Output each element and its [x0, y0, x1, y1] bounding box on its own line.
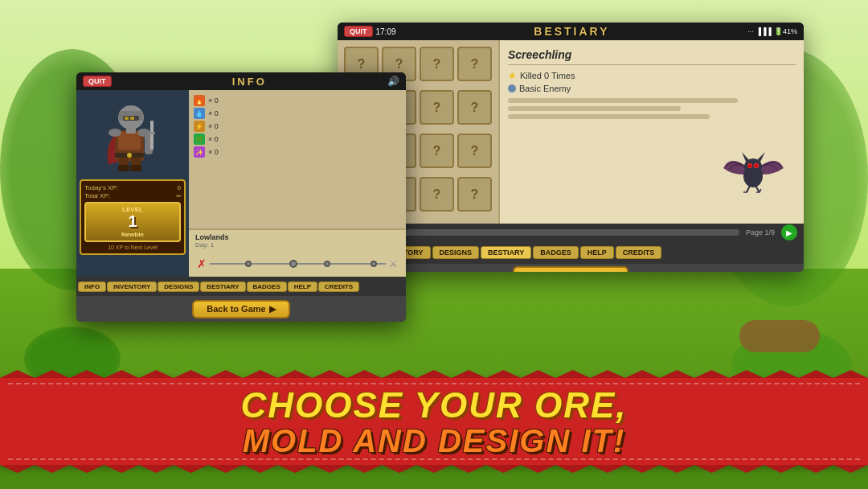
stats-panel: 🔥 × 0 💧 × 0 ⚡ × 0 🌿 × 0 ✨ × 0	[189, 90, 406, 228]
bestiary-screen: QUIT 17:09 BESTIARY ··· ▐▐▐ 🔋41% ? ? ? ?…	[338, 23, 804, 272]
stat-row-1: 🔥 × 0	[194, 95, 401, 106]
tab-designs-front[interactable]: DESIGNS	[158, 281, 199, 292]
banner: CHOOSE YOUR ORE, MOLD AND DESIGN IT!	[0, 378, 868, 465]
top-bar-front: QUIT INFO 🔊	[76, 72, 406, 90]
grid-cell-8[interactable]: ?	[457, 90, 492, 125]
stat-row-4: 🌿 × 0	[194, 134, 401, 145]
banner-line-2: MOLD AND DESIGN IT!	[0, 425, 868, 457]
svg-point-5	[755, 165, 758, 167]
path-line	[210, 263, 386, 265]
svg-rect-17	[130, 117, 134, 120]
svg-line-7	[755, 186, 760, 192]
wifi-icon: ···	[747, 27, 754, 35]
type-stat: Basic Enemy	[508, 84, 796, 93]
level-number: 1	[88, 213, 177, 229]
xp-panel: Today's XP: 0 Total XP: ∞ LEVEL 1 Newbie…	[80, 179, 186, 255]
back-bar-front: Back to Game ▶	[76, 296, 406, 322]
grid-cell-3[interactable]: ?	[420, 47, 454, 81]
stat-icon-2: 💧	[194, 108, 205, 119]
stat-icon-1: 🔥	[194, 95, 205, 106]
stat-val-1: × 0	[208, 97, 219, 105]
info-content: Today's XP: 0 Total XP: ∞ LEVEL 1 Newbie…	[76, 90, 406, 277]
grid-cell-16[interactable]: ?	[457, 177, 492, 212]
tab-designs-back[interactable]: DESIGNS	[432, 246, 480, 259]
page-text: Page 1/9	[746, 228, 775, 236]
tab-bestiary-back[interactable]: BESTIARY	[481, 246, 531, 259]
node-1	[245, 261, 252, 267]
tab-credits-front[interactable]: CREDITS	[318, 281, 359, 292]
tab-badges-front[interactable]: BADGES	[247, 281, 287, 292]
stat-val-4: × 0	[208, 135, 219, 143]
grid-cell-12[interactable]: ?	[457, 134, 492, 168]
xp-today-label: Today's XP:	[84, 184, 118, 191]
nav-tabs-back: INFO INVENTORY DESIGNS BESTIARY BADGES H…	[338, 241, 804, 264]
svg-rect-21	[130, 165, 141, 171]
info-screen: QUIT INFO 🔊	[76, 72, 406, 322]
grid-cell-7[interactable]: ?	[420, 90, 454, 125]
xp-total-label: Total XP:	[84, 192, 110, 199]
character-panel: Today's XP: 0 Total XP: ∞ LEVEL 1 Newbie…	[76, 90, 189, 277]
map-area: Lowlands Day: 1 ✗ ⚔	[189, 228, 406, 277]
back-to-game-button-front[interactable]: Back to Game ▶	[192, 300, 289, 318]
svg-rect-25	[150, 121, 154, 150]
tab-help-back[interactable]: HELP	[580, 246, 614, 259]
info-line-1	[508, 98, 738, 103]
xp-total-val: ∞	[176, 192, 181, 199]
svg-rect-16	[125, 117, 129, 120]
sound-button[interactable]: 🔊	[387, 76, 399, 87]
xp-today-val: 0	[178, 184, 181, 191]
svg-point-4	[749, 165, 751, 167]
level-badge: LEVEL 1 Newbie	[84, 202, 181, 242]
node-3	[324, 261, 330, 267]
time-display: 17:09	[376, 27, 396, 36]
creature-name: Screechling	[508, 48, 796, 65]
tab-bestiary-front[interactable]: BESTIARY	[200, 281, 245, 292]
stat-row-2: 💧 × 0	[194, 108, 401, 119]
tab-inventory-front[interactable]: INVENTORY	[107, 281, 157, 292]
stat-val-5: × 0	[208, 148, 219, 156]
creature-info-panel: Screechling ★ Killed 0 Times Basic Enemy	[498, 40, 804, 224]
bestiary-content: ? ? ? ? ? ? ? ? ? ? ? ? ? ? ? ? Screechl…	[338, 40, 804, 224]
stat-icon-5: ✨	[194, 146, 205, 158]
stat-icon-4: 🌿	[194, 134, 205, 145]
star-icon: ★	[508, 70, 517, 81]
tab-info-front[interactable]: INFO	[78, 281, 106, 292]
nav-tabs-front: INFO INVENTORY DESIGNS BESTIARY BADGES H…	[76, 277, 406, 296]
svg-rect-9	[118, 132, 141, 150]
grid-cell-4[interactable]: ?	[457, 47, 492, 81]
creature-illustration	[719, 144, 788, 199]
xp-next: 10 XP to Next Level	[84, 244, 181, 250]
signal-icon: ▐▐▐	[756, 27, 772, 35]
back-to-game-button[interactable]: Back to Game ▶	[513, 266, 628, 273]
tab-credits-back[interactable]: CREDITS	[616, 246, 662, 259]
stat-row-5: ✨ × 0	[194, 146, 401, 158]
stitching-bottom	[8, 458, 860, 460]
quit-button-back[interactable]: QUIT	[344, 26, 373, 37]
banner-section: CHOOSE YOUR ORE, MOLD AND DESIGN IT!	[0, 378, 868, 465]
quit-button-front[interactable]: QUIT	[83, 76, 112, 87]
tab-badges-back[interactable]: BADGES	[533, 246, 579, 259]
progress-area: 0% Complete Page 1/9 ▶	[338, 224, 804, 241]
banner-line-1: CHOOSE YOUR ORE,	[0, 388, 868, 423]
location-name: Lowlands	[195, 233, 399, 241]
log-decor	[739, 320, 820, 352]
player-marker: ✗	[197, 257, 207, 270]
svg-point-23	[127, 153, 132, 158]
right-panel: 🔥 × 0 💧 × 0 ⚡ × 0 🌿 × 0 ✨ × 0	[189, 90, 406, 277]
battery-icon: 🔋41%	[774, 27, 797, 35]
xp-total-row: Total XP: ∞	[84, 192, 181, 199]
info-line-3	[508, 114, 710, 119]
sword-marker: ⚔	[389, 258, 398, 269]
bottom-bar-back: Back to Game ▶	[338, 264, 804, 272]
grid-cell-11[interactable]: ?	[420, 134, 454, 168]
play-button[interactable]: ▶	[781, 224, 797, 240]
tab-help-front[interactable]: HELP	[288, 281, 317, 292]
svg-rect-20	[118, 165, 129, 171]
node-2	[289, 260, 297, 268]
info-line-2	[508, 106, 681, 111]
svg-rect-26	[149, 132, 155, 134]
character-illustration	[92, 97, 173, 173]
node-4	[371, 261, 377, 267]
svg-point-10	[108, 129, 121, 137]
grid-cell-15[interactable]: ?	[420, 177, 454, 212]
